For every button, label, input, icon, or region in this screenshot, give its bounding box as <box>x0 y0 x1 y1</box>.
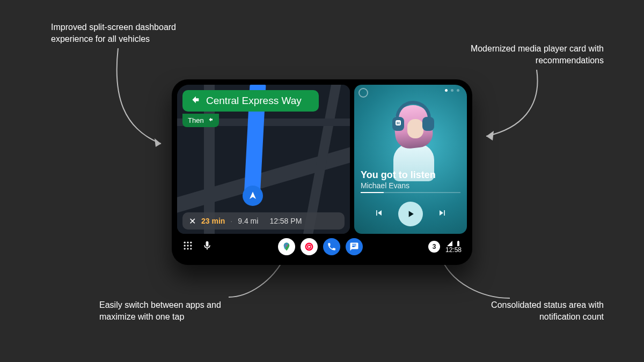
track-progress-bar[interactable] <box>361 192 460 193</box>
svg-point-6 <box>187 242 188 243</box>
svg-point-9 <box>187 245 188 246</box>
svg-point-12 <box>187 248 188 249</box>
eta-distance: 9.4 mi <box>238 217 258 225</box>
media-player-card[interactable]: H You got to listen Michael Evans <box>354 85 467 234</box>
navigation-card[interactable]: Central Express Way Then ✕ 23 min · 9.4 … <box>177 85 350 234</box>
android-auto-head-unit: Central Express Way Then ✕ 23 min · 9.4 … <box>172 79 472 265</box>
svg-point-8 <box>184 245 186 246</box>
app-icon-youtube-music[interactable] <box>301 238 318 255</box>
svg-point-11 <box>184 248 186 249</box>
arrow-top-left <box>107 48 172 150</box>
skip-next-button[interactable] <box>437 208 448 220</box>
svg-marker-0 <box>155 138 161 147</box>
svg-marker-1 <box>486 131 494 141</box>
app-icon-phone[interactable] <box>323 238 340 255</box>
svg-point-13 <box>190 248 192 249</box>
track-artist: Michael Evans <box>361 181 460 190</box>
app-icon-messages[interactable] <box>346 238 363 255</box>
eta-duration: 23 min <box>201 217 225 225</box>
callout-split-screen: Improved split-screen dashboard experien… <box>51 21 191 46</box>
separator-dot: · <box>230 217 232 225</box>
skip-previous-button[interactable] <box>374 208 384 220</box>
next-turn-chip[interactable]: Then <box>182 114 219 127</box>
bottom-dock: 3 12:58 <box>177 234 467 260</box>
callout-media-player: Modernized media player card with recomm… <box>464 43 604 67</box>
device-screen: Central Express Way Then ✕ 23 min · 9.4 … <box>177 85 467 260</box>
svg-point-7 <box>190 242 192 243</box>
turn-left-icon <box>189 94 201 108</box>
turn-direction-banner[interactable]: Central Express Way <box>182 90 319 112</box>
track-title: You got to listen <box>361 169 460 181</box>
notification-count-badge[interactable]: 3 <box>428 241 440 253</box>
eta-bar[interactable]: ✕ 23 min · 9.4 mi 12:58 PM <box>182 212 345 230</box>
arrow-top-right <box>483 70 547 145</box>
eta-arrival-time: 12:58 PM <box>269 217 302 225</box>
app-icon-maps[interactable] <box>278 238 295 255</box>
status-clock: 12:58 <box>445 247 462 253</box>
svg-point-10 <box>190 245 192 246</box>
voice-assistant-button[interactable] <box>202 240 213 253</box>
turn-left-icon <box>207 116 214 124</box>
then-label: Then <box>188 116 204 124</box>
play-button[interactable] <box>398 202 423 226</box>
headphone-badge: H <box>396 120 401 125</box>
svg-point-5 <box>184 242 186 243</box>
callout-status-area: Consolidated status area with notificati… <box>464 299 604 323</box>
callout-app-switch: Easily switch between apps and maximize … <box>99 299 239 323</box>
app-row <box>213 238 428 255</box>
turn-direction-text: Central Express Way <box>206 95 302 107</box>
media-controls <box>354 202 467 226</box>
app-launcher-button[interactable] <box>182 240 193 253</box>
vehicle-cursor <box>243 186 263 206</box>
status-area[interactable]: 12:58 <box>445 240 462 253</box>
close-icon[interactable]: ✕ <box>189 216 196 226</box>
